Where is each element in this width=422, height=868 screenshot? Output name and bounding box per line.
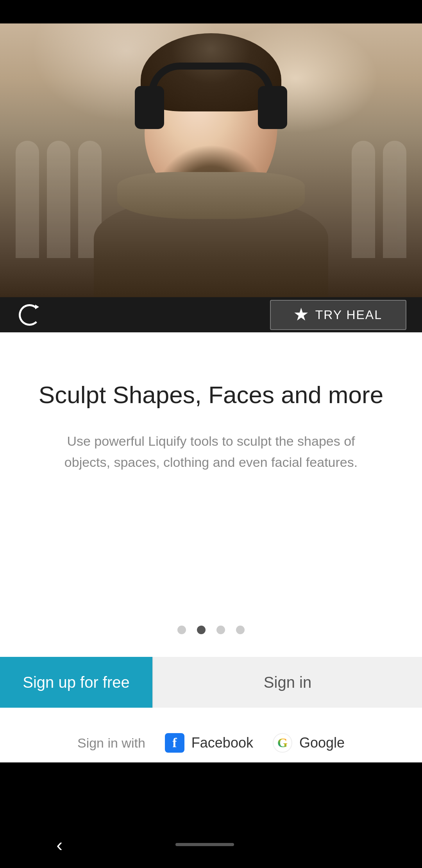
facebook-label: Facebook — [191, 735, 253, 751]
headphones — [135, 63, 287, 180]
hero-image — [0, 23, 422, 297]
dot-1[interactable] — [177, 626, 186, 634]
back-button[interactable]: ‹ — [56, 834, 63, 855]
signin-label: Sign in — [264, 674, 311, 691]
headphone-band — [148, 63, 274, 94]
try-heal-button[interactable]: TRY HEAL — [270, 300, 406, 330]
feature-description: Use powerful Liquify tools to sculpt the… — [51, 430, 371, 473]
google-icon: G — [273, 733, 292, 753]
try-heal-label: TRY HEAL — [315, 308, 382, 322]
dot-2[interactable] — [197, 626, 206, 634]
status-bar — [0, 0, 422, 23]
dot-3[interactable] — [216, 626, 225, 634]
toolbar: TRY HEAL — [0, 297, 422, 332]
headphone-cup-left — [135, 86, 164, 129]
signin-button[interactable]: Sign in — [153, 657, 422, 708]
action-buttons: Sign up for free Sign in — [0, 657, 422, 708]
headphone-cup-right — [258, 86, 287, 129]
google-label: Google — [299, 735, 345, 751]
bottom-navigation: ‹ — [0, 821, 422, 868]
signup-label: Sign up for free — [23, 674, 130, 691]
reset-icon — [19, 304, 40, 326]
google-g-letter: G — [277, 735, 288, 750]
signin-with-text: Sign in with — [77, 735, 145, 751]
pagination-dots — [0, 626, 422, 634]
heal-icon — [294, 308, 308, 322]
google-signin-button[interactable]: G Google — [273, 733, 345, 753]
feature-title: Sculpt Shapes, Faces and more — [39, 379, 383, 411]
social-signin-area: Sign in with f Facebook G Google — [0, 723, 422, 762]
facebook-icon: f — [165, 733, 184, 753]
home-indicator[interactable] — [175, 843, 234, 846]
dot-4[interactable] — [236, 626, 245, 634]
facebook-signin-button[interactable]: f Facebook — [165, 733, 253, 753]
person-figure — [74, 31, 348, 297]
reset-button[interactable] — [16, 301, 43, 328]
signup-button[interactable]: Sign up for free — [0, 657, 152, 708]
